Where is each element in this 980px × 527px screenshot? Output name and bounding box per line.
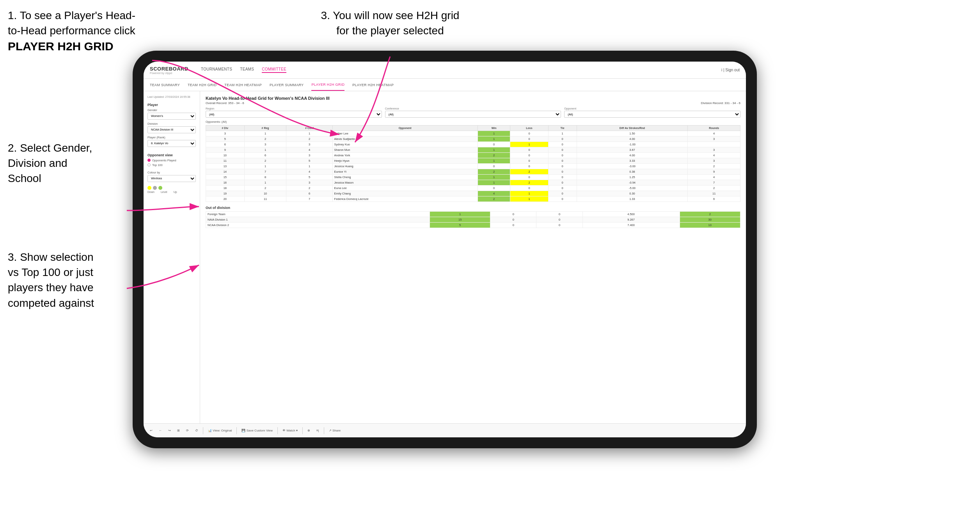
legend-label-up: Up <box>174 191 177 193</box>
toolbar-save-custom[interactable]: 💾 Save Custom View <box>240 428 274 433</box>
radio-label-1: Opponents Played <box>152 159 176 162</box>
filter-conf-label: Conference <box>385 107 561 110</box>
subnav-player-summary[interactable]: PLAYER SUMMARY <box>270 79 304 91</box>
instruction-tr-text: 3. You will now see H2H gridfor the play… <box>321 9 460 37</box>
cell-loss: 2 <box>510 180 548 186</box>
cell-rounds: 2 <box>688 186 740 191</box>
cell-loss: 1 <box>510 196 548 202</box>
cell-tie: 1 <box>548 131 577 136</box>
opponents-filter-label: Opponents: (All) <box>206 120 740 124</box>
cell-diff: 3.67 <box>577 147 688 153</box>
radio-dot-1 <box>147 159 151 162</box>
nav-committee[interactable]: COMMITTEE <box>262 67 286 73</box>
radio-top100[interactable]: Top 100 <box>147 163 196 167</box>
colour-dot-up <box>158 186 162 190</box>
cell-loss: 1 <box>510 142 548 147</box>
cell-opponent: Stella Cheng <box>332 175 478 180</box>
ood-table: Foreign Team 1 0 0 4.500 2 NAIA Division… <box>206 211 740 228</box>
toolbar-add[interactable]: ⊕ <box>306 428 312 433</box>
table-row: 11 2 5 Heejo Hyun 1 0 0 3.33 3 <box>206 158 740 164</box>
subnav-player-h2h[interactable]: PLAYER H2H GRID <box>311 79 344 91</box>
colour-section: Colour by Win/loss Down Level Up <box>147 171 196 193</box>
cell-reg: 2 <box>244 158 286 164</box>
col-opponent: Opponent <box>332 126 478 131</box>
toolbar-menu[interactable]: ≡| <box>315 428 321 433</box>
nav-teams[interactable]: TEAMS <box>240 67 254 73</box>
instruction-bold: PLAYER H2H GRID <box>8 40 114 53</box>
cell-reg: 8 <box>244 175 286 180</box>
filter-region-select[interactable]: (All) <box>206 111 382 118</box>
cell-diff: 0.30 <box>577 191 688 196</box>
subnav-team-h2h[interactable]: TEAM H2H GRID <box>188 79 217 91</box>
toolbar-share[interactable]: ↗ Share <box>327 428 343 433</box>
toolbar-divider-2 <box>236 427 237 434</box>
toolbar-back[interactable]: ← <box>157 428 163 433</box>
cell-tie: 0 <box>548 191 577 196</box>
colour-legend <box>147 186 196 190</box>
colour-by-select[interactable]: Win/loss <box>147 175 196 182</box>
radio-opponents-played[interactable]: Opponents Played <box>147 159 196 162</box>
cell-win: 0 <box>478 186 510 191</box>
nav-tournaments[interactable]: TOURNAMENTS <box>201 67 232 73</box>
toolbar-divider-1 <box>203 427 203 434</box>
subnav-team-summary[interactable]: TEAM SUMMARY <box>150 79 180 91</box>
cell-reg: 2 <box>244 186 286 191</box>
colour-by-label: Colour by <box>147 171 196 174</box>
col-div: # Div <box>206 126 245 131</box>
ood-diff: 7.400 <box>582 223 680 228</box>
cell-div: 11 <box>206 158 245 164</box>
toolbar-grid[interactable]: ⊞ <box>176 428 181 433</box>
cell-conf: 3 <box>286 180 332 186</box>
filter-conference: Conference (All) <box>385 107 561 118</box>
toolbar-view-original[interactable]: 📊 View: Original <box>206 428 233 433</box>
filter-opp-select[interactable]: (All) <box>564 111 740 118</box>
cell-opponent: Federica Domecq Lacroze <box>332 196 478 202</box>
header-right-text[interactable]: i | Sign out <box>721 68 740 72</box>
main-panel: Katelyn Vo Head-to-Head Grid for Women's… <box>200 91 746 423</box>
toolbar-time[interactable]: ⏱ <box>194 428 200 433</box>
cell-div: 9 <box>206 147 245 153</box>
col-conf: # Conf <box>286 126 332 131</box>
nav-items: TOURNAMENTS TEAMS COMMITTEE <box>201 67 712 73</box>
subnav-team-heatmap[interactable]: TEAM H2H HEATMAP <box>224 79 262 91</box>
legend-label-down: Down <box>147 191 154 193</box>
sidebar-gender-select[interactable]: Women's <box>147 113 196 120</box>
cell-div: 6 <box>206 142 245 147</box>
cell-reg: 1 <box>244 164 286 169</box>
table-row: 20 11 7 Federica Domecq Lacroze 2 1 0 1.… <box>206 196 740 202</box>
cell-rounds: 11 <box>688 191 740 196</box>
bottom-toolbar: ↩ ← ↪ ⊞ ⟳ ⏱ 📊 View: Original 💾 Save Cust… <box>144 423 746 437</box>
sidebar-player-rank-label: Player (Rank) <box>147 136 196 139</box>
cell-diff: -5.00 <box>577 186 688 191</box>
cell-reg: 3 <box>244 142 286 147</box>
toolbar-watch[interactable]: 👁 Watch ▾ <box>281 428 299 433</box>
toolbar-redo[interactable]: ↪ <box>167 428 172 433</box>
filter-conf-select[interactable]: (All) <box>385 111 561 118</box>
toolbar-refresh[interactable]: ⟳ <box>185 428 190 433</box>
sidebar-player-select[interactable]: 8. Katelyn Vo <box>147 140 196 147</box>
table-row: 15 8 5 Stella Cheng 1 0 0 1.25 4 <box>206 175 740 180</box>
cell-diff: 0.38 <box>577 169 688 175</box>
toolbar-undo[interactable]: ↩ <box>148 428 154 433</box>
cell-loss: 0 <box>510 147 548 153</box>
logo-text: SCOREBOARD <box>150 66 188 72</box>
cell-opponent: Alexis Sudjianto <box>332 136 478 142</box>
main-content: Last Updated: 27/03/2024 16:55:38 Player… <box>144 91 746 423</box>
cell-tie: 0 <box>548 147 577 153</box>
tablet-screen: SCOREBOARD Powered by clippd TOURNAMENTS… <box>144 62 746 437</box>
logo-area: SCOREBOARD Powered by clippd <box>150 66 188 74</box>
cell-win: 1 <box>478 136 510 142</box>
cell-tie: 0 <box>548 175 577 180</box>
radio-dot-2 <box>147 163 151 166</box>
cell-div: 16 <box>206 180 245 186</box>
table-row: 14 7 4 Eunice Yi 2 2 0 0.38 9 <box>206 169 740 175</box>
sidebar-player-title: Player <box>147 103 196 107</box>
table-row: 9 1 4 Sharon Mun 1 0 0 3.67 3 <box>206 147 740 153</box>
cell-win: 4 <box>478 191 510 196</box>
sidebar-division-select[interactable]: NCAA Division III <box>147 126 196 133</box>
opponent-view-title: Opponent view <box>147 153 196 157</box>
subnav-player-heatmap[interactable]: PLAYER H2H HEATMAP <box>352 79 394 91</box>
ood-win: 1 <box>430 212 490 217</box>
col-rounds: Rounds <box>688 126 740 131</box>
cell-conf: 2 <box>286 186 332 191</box>
